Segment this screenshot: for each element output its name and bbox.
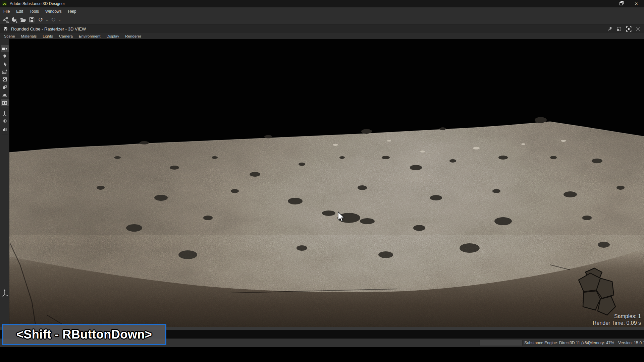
menu-renderer[interactable]: Renderer — [125, 34, 141, 38]
float-panel-icon[interactable] — [616, 26, 622, 32]
close-button[interactable]: ✕ — [629, 0, 644, 7]
menu-help[interactable]: Help — [68, 9, 76, 14]
panel-header-3d-view[interactable]: Rounded Cube - Rasterizer - 3D VIEW — [0, 25, 644, 33]
texture-checker-icon — [2, 77, 7, 82]
chevron-down-icon: ⌄ — [58, 18, 61, 22]
menu-display[interactable]: Display — [106, 34, 119, 38]
tool-separator — [2, 134, 8, 134]
save-icon — [29, 16, 35, 23]
new-package-button[interactable] — [1, 16, 10, 24]
material-spheres-icon — [2, 84, 7, 90]
terrain-surface — [0, 117, 644, 327]
undo-icon: ↺ — [38, 16, 43, 23]
cube-icon — [3, 26, 8, 32]
new-package-icon — [2, 16, 9, 23]
open-button[interactable] — [19, 16, 28, 24]
panel-title: Rounded Cube - Rasterizer - 3D VIEW — [11, 26, 86, 32]
horizon-rim — [0, 122, 644, 153]
menu-lights[interactable]: Lights — [43, 34, 53, 38]
new-graph-icon — [11, 16, 18, 23]
close-panel-icon[interactable] — [635, 26, 641, 32]
menu-edit[interactable]: Edit — [16, 9, 23, 14]
panel-menubar: Scene Materials Lights Camera Environmen… — [0, 33, 644, 39]
menubar: File Edit Tools Windows Help — [0, 7, 644, 15]
window-controls: ✕ — [598, 0, 644, 7]
cursor-arrow-icon — [2, 61, 7, 67]
menu-tools[interactable]: Tools — [30, 9, 39, 14]
stats-bars-icon — [2, 126, 7, 131]
close-icon: ✕ — [635, 2, 638, 6]
mouse-cursor — [338, 212, 344, 221]
new-graph-button[interactable] — [10, 16, 19, 24]
menu-scene[interactable]: Scene — [4, 34, 15, 38]
stats-tool[interactable] — [1, 125, 9, 132]
window-title: Adobe Substance 3D Designer — [10, 1, 65, 6]
light-bulb-icon — [2, 54, 7, 59]
redo-history-button[interactable]: ⌄ — [58, 16, 62, 24]
render-camera-tool[interactable] — [1, 99, 9, 106]
viewport-3d[interactable]: Samples: 1 Render Time: 0.09 s — [0, 39, 644, 327]
sky — [0, 39, 644, 327]
viewport-tool-strip — [0, 39, 9, 327]
menu-file[interactable]: File — [3, 9, 10, 14]
keycast-overlay: <Shift - RButtonDown> — [2, 324, 166, 345]
bottom-strip — [0, 347, 644, 362]
app-logo-icon: Ds — [2, 1, 7, 6]
environment-image-icon — [2, 69, 7, 75]
minimize-icon — [604, 4, 607, 4]
render-time-label: Render Time: 0.09 s — [593, 320, 641, 326]
chevron-down-icon: ⌄ — [46, 18, 48, 22]
open-folder-icon — [20, 16, 26, 23]
keycast-text: <Shift - RButtonDown> — [16, 327, 152, 342]
undo-history-button[interactable]: ⌄ — [45, 16, 49, 24]
memory-label: Memory: 47% — [589, 341, 614, 345]
redo-button[interactable]: ↻ — [49, 16, 58, 24]
version-label: Version: 15.0.1 — [618, 341, 644, 345]
axis-gizmo-icon — [2, 111, 7, 116]
cube-front-face — [0, 248, 644, 327]
texture-tool[interactable] — [1, 76, 9, 83]
undo-button[interactable]: ↺ — [36, 16, 45, 24]
redo-icon: ↻ — [51, 16, 56, 23]
dome-light-icon — [2, 92, 7, 98]
video-camera-icon — [2, 46, 7, 52]
minimize-button[interactable] — [598, 0, 613, 7]
samples-label: Samples: 1 — [593, 313, 641, 320]
restore-button[interactable] — [613, 0, 629, 7]
cracked-plates — [579, 268, 615, 315]
wireframe-diamond-icon — [2, 118, 7, 124]
light-pebbles — [333, 140, 566, 153]
menu-windows[interactable]: Windows — [45, 9, 62, 14]
main-toolbar: ↺ ⌄ ↻ ⌄ — [0, 15, 644, 25]
render-camera-icon — [2, 100, 7, 106]
surface-seams — [10, 243, 570, 327]
gizmo-tool[interactable] — [1, 110, 9, 117]
engine-label: Substance Engine: Direct3D 11 (x64) — [524, 341, 590, 345]
horizon-rocks — [140, 117, 547, 144]
select-tool[interactable] — [1, 60, 9, 68]
restore-icon — [620, 2, 623, 5]
render-stats: Samples: 1 Render Time: 0.09 s — [593, 313, 641, 326]
dome-tool[interactable] — [1, 91, 9, 99]
material-tool[interactable] — [1, 83, 9, 91]
viewport-axis-icon — [1, 289, 9, 297]
progress-placeholder — [480, 340, 523, 346]
wireframe-tool[interactable] — [1, 117, 9, 125]
light-tool[interactable] — [1, 53, 9, 60]
pin-icon[interactable] — [607, 26, 613, 32]
terrain-render — [0, 39, 644, 327]
environment-tool[interactable] — [1, 68, 9, 75]
menu-environment[interactable]: Environment — [79, 34, 101, 38]
rocks — [97, 156, 625, 259]
tool-separator — [2, 108, 8, 108]
expand-view-icon[interactable] — [626, 26, 632, 32]
titlebar: Ds Adobe Substance 3D Designer ✕ — [0, 0, 644, 7]
save-button[interactable] — [28, 16, 36, 24]
menu-materials[interactable]: Materials — [21, 34, 37, 38]
menu-camera[interactable]: Camera — [59, 34, 73, 38]
video-camera-tool[interactable] — [1, 45, 9, 52]
